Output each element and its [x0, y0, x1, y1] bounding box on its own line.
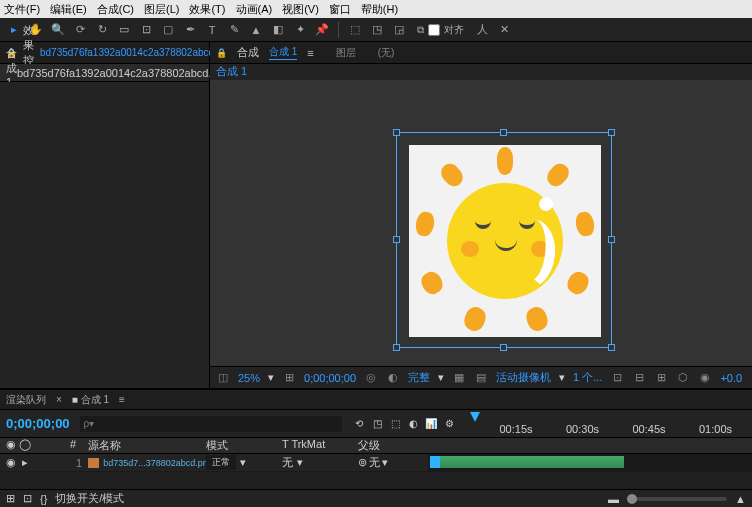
comp-sub-name[interactable]: 合成 1: [216, 65, 247, 77]
snapping-toggle[interactable]: ⧉ 对齐: [417, 23, 464, 37]
handle-tm[interactable]: [500, 129, 507, 136]
camera-tool[interactable]: ▭: [114, 20, 134, 40]
toggle3-icon[interactable]: {}: [40, 493, 47, 505]
pen-tool[interactable]: ✒: [180, 20, 200, 40]
col-parent[interactable]: 父级: [358, 438, 428, 453]
rotate-tool[interactable]: ↻: [92, 20, 112, 40]
dropdown-icon[interactable]: ▾: [268, 371, 274, 384]
toggle-switches[interactable]: 切换开关/模式: [55, 491, 124, 506]
view-axis-icon[interactable]: ◲: [389, 20, 409, 40]
lock-icon[interactable]: 🔒: [216, 48, 227, 58]
dropdown-icon[interactable]: ▾: [382, 456, 388, 469]
timeline-search[interactable]: [80, 416, 342, 432]
blend-mode-dropdown[interactable]: 正常: [206, 455, 236, 470]
brain-icon[interactable]: ⚙: [442, 418, 456, 429]
resolution-icon[interactable]: ⊞: [282, 371, 296, 384]
roto-tool[interactable]: ✦: [290, 20, 310, 40]
world-axis-icon[interactable]: ◳: [367, 20, 387, 40]
parent-dropdown[interactable]: 无: [369, 455, 380, 470]
orbit-tool[interactable]: ⟳: [70, 20, 90, 40]
eraser-tool[interactable]: ◧: [268, 20, 288, 40]
dropdown-icon[interactable]: ▾: [559, 371, 565, 384]
handle-rm[interactable]: [608, 236, 615, 243]
audio-col-icon[interactable]: ◯: [19, 438, 31, 450]
exposure-value[interactable]: +0.0: [720, 372, 742, 384]
menu-view[interactable]: 视图(V): [282, 2, 319, 17]
view-opt3-icon[interactable]: ⊞: [654, 371, 668, 384]
view-opt4-icon[interactable]: ⬡: [676, 371, 690, 384]
grid-icon[interactable]: ▦: [452, 371, 466, 384]
eye-col-icon[interactable]: ◉: [6, 438, 16, 450]
layer-bar-track[interactable]: [428, 454, 752, 471]
menu-edit[interactable]: 编辑(E): [50, 2, 87, 17]
pan-behind-tool[interactable]: ⊡: [136, 20, 156, 40]
layer-duration-bar[interactable]: [430, 456, 624, 468]
timeline-layer-row[interactable]: ◉ ▸ 1 bd735d7...378802abcd.png 正常▾ 无▾ ⊚无…: [0, 454, 752, 472]
snapshot-icon[interactable]: ◎: [364, 371, 378, 384]
view-opt2-icon[interactable]: ⊟: [632, 371, 646, 384]
dropdown-icon[interactable]: ▾: [297, 456, 303, 469]
frame-blend-icon[interactable]: ⬚: [388, 418, 402, 429]
zoom-out-icon[interactable]: ▬: [608, 493, 619, 505]
render-queue-tab[interactable]: 渲染队列: [6, 393, 46, 407]
timeline-comp-tab[interactable]: ■ 合成 1: [72, 393, 109, 407]
visibility-toggle[interactable]: ◉: [6, 456, 16, 469]
brush-tool[interactable]: ✎: [224, 20, 244, 40]
shy-icon[interactable]: ⟲: [352, 418, 366, 429]
time-display[interactable]: 0;00;00;00: [304, 372, 356, 384]
menu-anim[interactable]: 动画(A): [236, 2, 273, 17]
motion-blur-icon[interactable]: ◐: [406, 418, 420, 429]
view-opt1-icon[interactable]: ⊡: [610, 371, 624, 384]
menu-comp[interactable]: 合成(C): [97, 2, 134, 17]
puppet-tool[interactable]: 📌: [312, 20, 332, 40]
col-source[interactable]: 源名称: [88, 438, 206, 453]
zoom-slider[interactable]: [627, 497, 727, 501]
playhead[interactable]: [470, 412, 480, 422]
comp-tab-active[interactable]: 合成 1: [269, 45, 297, 60]
channel-icon[interactable]: ◐: [386, 371, 400, 384]
zoom-tool[interactable]: 🔍: [48, 20, 68, 40]
effects-tab-filename[interactable]: bd735d76fa1392a0014c2a378802abcd.p: [40, 47, 222, 58]
panel-menu-icon[interactable]: ≡: [119, 394, 125, 405]
snap-checkbox[interactable]: [428, 24, 440, 36]
graph-icon[interactable]: 📊: [424, 418, 438, 429]
zoom-in-icon[interactable]: ▲: [735, 493, 746, 505]
menu-help[interactable]: 帮助(H): [361, 2, 398, 17]
text-tool[interactable]: T: [202, 20, 222, 40]
view-count[interactable]: 1 个...: [573, 370, 602, 385]
expand-icon[interactable]: ▸: [22, 456, 28, 469]
zoom-level[interactable]: 25%: [238, 372, 260, 384]
menu-window[interactable]: 窗口: [329, 2, 351, 17]
layer-name[interactable]: bd735d7...378802abcd.png: [103, 458, 206, 468]
menu-file[interactable]: 文件(F): [4, 2, 40, 17]
menu-effect[interactable]: 效果(T): [189, 2, 225, 17]
panel-menu-icon[interactable]: ≡: [307, 47, 313, 59]
handle-tl[interactable]: [393, 129, 400, 136]
dropdown-icon[interactable]: ▾: [240, 456, 246, 469]
snap-collapse-icon[interactable]: ✕: [494, 20, 514, 40]
dropdown-icon[interactable]: ▾: [438, 371, 444, 384]
pickwhip-icon[interactable]: ⊚: [358, 456, 367, 469]
trkmat-dropdown[interactable]: 无: [282, 455, 293, 470]
toggle1-icon[interactable]: ⊞: [6, 492, 15, 505]
clone-tool[interactable]: ▲: [246, 20, 266, 40]
viewer[interactable]: [210, 80, 752, 366]
handle-bm[interactable]: [500, 344, 507, 351]
local-axis-icon[interactable]: ⬚: [345, 20, 365, 40]
handle-br[interactable]: [608, 344, 615, 351]
handle-tr[interactable]: [608, 129, 615, 136]
toggle2-icon[interactable]: ⊡: [23, 492, 32, 505]
selection-tool[interactable]: ▸: [4, 20, 24, 40]
handle-lm[interactable]: [393, 236, 400, 243]
exposure-icon[interactable]: ◉: [698, 371, 712, 384]
snap-extend-icon[interactable]: 人: [472, 20, 492, 40]
col-mode[interactable]: 模式: [206, 438, 282, 453]
quality-dropdown[interactable]: 完整: [408, 370, 430, 385]
col-trkmat[interactable]: T TrkMat: [282, 438, 358, 453]
draft3d-icon[interactable]: ◳: [370, 418, 384, 429]
time-ruler[interactable]: 00:15s 00:30s 00:45s 01:00s: [462, 410, 752, 437]
shape-tool[interactable]: ▢: [158, 20, 178, 40]
selection-frame[interactable]: [396, 132, 612, 348]
guides-icon[interactable]: ▤: [474, 371, 488, 384]
mask-icon[interactable]: ◫: [216, 371, 230, 384]
